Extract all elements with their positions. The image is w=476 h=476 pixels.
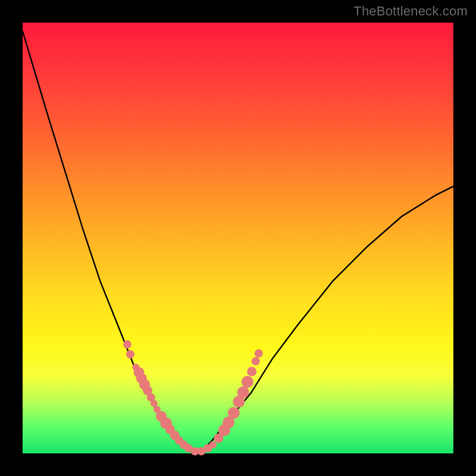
sample-point [242, 376, 253, 388]
curve-layer [23, 23, 453, 453]
plot-area [23, 23, 453, 453]
sample-point [126, 350, 134, 359]
sample-point [255, 349, 263, 358]
sample-points [123, 340, 263, 456]
sample-point [151, 400, 158, 407]
sample-point [252, 357, 260, 365]
sample-point [237, 386, 249, 398]
sample-point [209, 441, 217, 449]
sample-point [123, 340, 131, 349]
chart-frame: TheBottleneck.com [0, 0, 476, 476]
sample-point [247, 367, 256, 376]
sample-point [228, 407, 240, 419]
watermark-text: TheBottleneck.com [353, 4, 468, 19]
